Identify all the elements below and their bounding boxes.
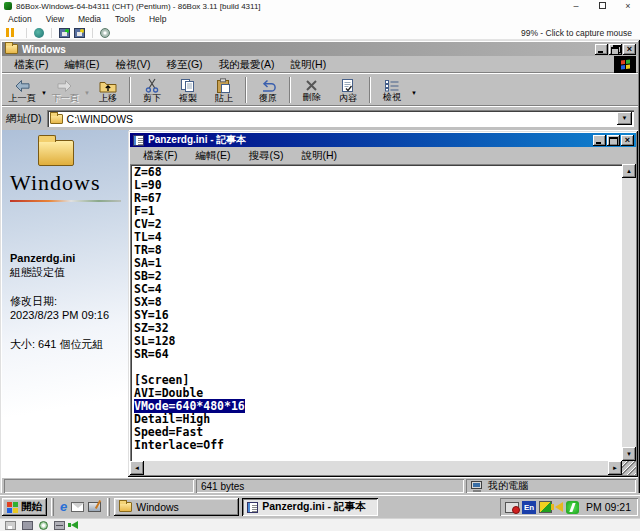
copy-button[interactable]: 複製	[170, 75, 206, 106]
explorer-titlebar[interactable]: Windows ×	[2, 42, 638, 56]
notepad-menu-file[interactable]: 檔案(F)	[134, 149, 186, 163]
task-button-windows[interactable]: Windows	[114, 498, 239, 516]
notepad-line[interactable]: SL=128	[134, 335, 622, 348]
host-window-title: 86Box-Windows-64-b4311 (CHT) (Pentium) -…	[16, 2, 570, 11]
floppy-a-status-icon[interactable]	[5, 521, 16, 530]
folder-webview-panel: Windows Panzerdg.ini 組態設定值 修改日期: 2023/8/…	[2, 130, 129, 478]
notepad-line[interactable]: TL=4	[134, 231, 622, 244]
notepad-line[interactable]: L=90	[134, 179, 622, 192]
scroll-right-icon[interactable]: ►	[608, 461, 622, 475]
up-button[interactable]: 上移	[90, 75, 126, 106]
views-dropdown-icon[interactable]: ▼	[411, 90, 417, 96]
address-dropdown-button[interactable]: ▼	[617, 112, 632, 125]
explorer-menu-favorites[interactable]: 我的最愛(A)	[211, 58, 283, 72]
notepad-line[interactable]: SX=8	[134, 296, 622, 309]
explorer-menu-edit[interactable]: 編輯(E)	[56, 58, 107, 72]
volume-icon[interactable]	[555, 502, 563, 512]
host-menu-tools[interactable]: Tools	[115, 14, 135, 24]
notepad-line[interactable]: [Screen]	[134, 374, 622, 387]
explorer-restore-button[interactable]	[609, 44, 622, 55]
cdrom-status-icon[interactable]	[39, 521, 48, 530]
explorer-menu-file[interactable]: 檔案(F)	[6, 58, 56, 72]
floppy-b-icon[interactable]	[74, 28, 85, 38]
show-desktop-icon[interactable]	[88, 502, 101, 512]
explorer-close-button[interactable]: ×	[623, 44, 636, 55]
hard-disk-status-icon[interactable]	[54, 521, 65, 530]
modified-date-value: 2023/8/23 PM 09:16	[10, 309, 121, 321]
pause-icon[interactable]	[6, 28, 14, 37]
ie-throbber-logo	[614, 56, 636, 73]
clock[interactable]: PM 09:21	[586, 501, 631, 513]
webview-folder-title: Windows	[10, 170, 121, 196]
windows-flag-icon	[7, 502, 18, 513]
host-maximize-button[interactable]	[596, 1, 608, 11]
hard-disk-icon[interactable]	[34, 28, 44, 38]
resize-grip[interactable]	[622, 461, 636, 475]
power-icon[interactable]	[566, 501, 579, 514]
emulated-screen: Windows × 檔案(F) 編輯(E) 檢視(V) 移至(G) 我的最愛(A…	[0, 40, 640, 518]
notepad-line[interactable]: SA=1	[134, 257, 622, 270]
language-indicator[interactable]: En	[522, 501, 536, 514]
host-menu-action[interactable]: Action	[8, 14, 32, 24]
notepad-line[interactable]: CV=2	[134, 218, 622, 231]
input-method-icon[interactable]	[505, 502, 519, 513]
notepad-line[interactable]: TR=8	[134, 244, 622, 257]
explorer-minimize-button[interactable]	[595, 44, 608, 55]
explorer-menu-go[interactable]: 移至(G)	[158, 58, 210, 72]
notepad-line[interactable]: Interlace=Off	[134, 439, 622, 452]
explorer-menu-view[interactable]: 檢視(V)	[107, 58, 158, 72]
notepad-menu-help[interactable]: 說明(H)	[292, 149, 346, 163]
cartridge-status-icon[interactable]	[22, 521, 33, 530]
explorer-menu-help[interactable]: 說明(H)	[283, 58, 335, 72]
undo-button[interactable]: 復原	[250, 75, 286, 106]
notepad-maximize-button[interactable]	[607, 135, 620, 146]
forward-button[interactable]: 下一頁	[47, 75, 83, 106]
cdrom-icon[interactable]	[100, 28, 110, 38]
maximize-icon	[599, 2, 606, 9]
floppy-a-icon[interactable]	[59, 28, 70, 38]
notepad-line[interactable]: Z=68	[134, 166, 622, 179]
notepad-vertical-scrollbar[interactable]: ▲ ▼	[622, 164, 636, 461]
scroll-left-icon[interactable]: ◄	[130, 461, 144, 475]
notepad-line[interactable]: R=67	[134, 192, 622, 205]
notepad-menu-search[interactable]: 搜尋(S)	[239, 149, 292, 163]
folder-icon	[5, 44, 18, 54]
paste-button[interactable]: 貼上	[206, 75, 242, 106]
notepad-close-button[interactable]: ×	[621, 135, 634, 146]
notepad-line[interactable]: SB=2	[134, 270, 622, 283]
sound-status-icon[interactable]	[71, 521, 78, 529]
host-menu-media[interactable]: Media	[78, 14, 101, 24]
outlook-express-icon[interactable]	[71, 502, 84, 512]
host-close-button[interactable]: ×	[622, 1, 634, 11]
views-icon	[384, 79, 400, 92]
notepad-line[interactable]: SZ=32	[134, 322, 622, 335]
notepad-menu-edit[interactable]: 編輯(E)	[186, 149, 239, 163]
notepad-minimize-button[interactable]	[593, 135, 606, 146]
host-minimize-button[interactable]: –	[570, 1, 582, 11]
internet-explorer-icon[interactable]: e	[60, 500, 67, 514]
notepad-line[interactable]: SY=16	[134, 309, 622, 322]
properties-button[interactable]: 內容	[330, 75, 366, 106]
notepad-horizontal-scrollbar[interactable]: ◄ ►	[130, 461, 622, 475]
host-menu-help[interactable]: Help	[149, 14, 166, 24]
my-computer-icon	[471, 481, 484, 492]
notepad-titlebar[interactable]: Panzerdg.ini - 記事本 ×	[130, 133, 636, 147]
notepad-text[interactable]: Z=68L=90R=67F=1CV=2TL=4TR=8SA=1SB=2SC=4S…	[130, 164, 622, 461]
notepad-line[interactable]	[134, 361, 622, 374]
status-zone-panel: 我的電腦	[466, 479, 636, 493]
scroll-up-icon[interactable]: ▲	[622, 164, 636, 178]
back-button[interactable]: 上一頁	[4, 75, 40, 106]
cut-button[interactable]: 剪下	[134, 75, 170, 106]
start-button[interactable]: 開始	[2, 498, 47, 516]
host-toolbar: 99% - Click to capture mouse	[0, 26, 640, 40]
notepad-line[interactable]: F=1	[134, 205, 622, 218]
task-button-notepad[interactable]: Panzerdg.ini - 記事本	[242, 498, 378, 516]
scroll-down-icon[interactable]: ▼	[622, 447, 636, 461]
notepad-line[interactable]: Detail=High	[134, 413, 622, 426]
host-menu-view[interactable]: View	[46, 14, 64, 24]
address-input[interactable]: C:\WINDOWS ▼	[47, 110, 634, 127]
notepad-line[interactable]: SR=64	[134, 348, 622, 361]
views-button[interactable]: 檢視	[374, 75, 410, 106]
delete-button[interactable]: 刪除	[294, 75, 330, 106]
notepad-line[interactable]: SC=4	[134, 283, 622, 296]
